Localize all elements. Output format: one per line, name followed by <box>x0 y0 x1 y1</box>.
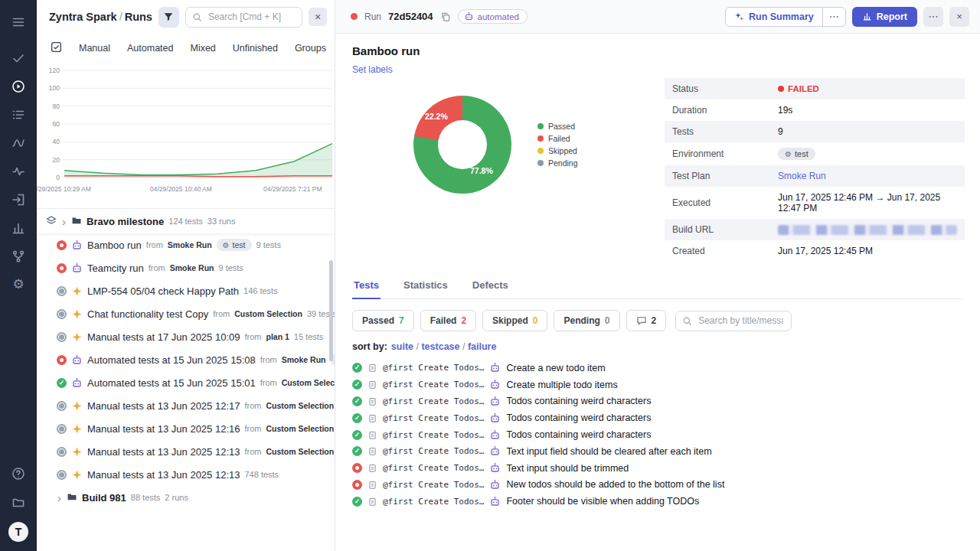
test-status-icon <box>352 480 362 490</box>
run-name: Teamcity run <box>87 262 144 274</box>
run-name: LMP-554 05/04 check Happy Path <box>87 285 239 297</box>
detail-value[interactable]: 9 <box>778 126 783 137</box>
run-list-item[interactable]: Automated tests at 15 Jun 2025 15:08 fro… <box>37 348 335 371</box>
copy-run-id-button[interactable] <box>440 11 451 22</box>
runs-icon[interactable] <box>0 72 37 100</box>
filter-button[interactable] <box>158 7 179 28</box>
run-list-item[interactable]: Teamcity run from Smoke Run 9 tests <box>37 256 335 279</box>
status-filter-chip[interactable]: Passed7 <box>352 310 414 331</box>
tests-search-input[interactable] <box>697 315 785 327</box>
chevron-right-icon[interactable]: › <box>57 492 62 504</box>
run-type-icon <box>71 262 83 274</box>
sort-option-link[interactable]: suite <box>391 341 422 352</box>
projects-icon[interactable] <box>0 487 37 516</box>
run-list-item[interactable]: Bamboo run from Smoke Run test 9 tests <box>37 233 335 256</box>
app-logo[interactable]: T <box>8 522 28 542</box>
status-filter-chip[interactable]: Pending0 <box>554 310 619 331</box>
runs-filter-tab[interactable]: Mixed <box>190 43 215 54</box>
close-run-button[interactable]: × <box>949 7 969 27</box>
reports-icon[interactable] <box>0 214 37 242</box>
run-tab[interactable]: Defects <box>471 274 510 299</box>
scrollbar-thumb[interactable] <box>329 260 333 361</box>
runs-filter-tab[interactable]: Manual <box>79 43 110 54</box>
menu-icon[interactable] <box>0 8 37 36</box>
run-summary-more-button[interactable]: ⋯ <box>822 8 845 26</box>
test-row[interactable]: @first Create Todos… Create a new todo i… <box>352 360 962 377</box>
run-list-item[interactable]: Manual tests at 13 Jun 2025 12:17 from C… <box>37 394 335 417</box>
test-title: New todos should be added to the bottom … <box>506 479 724 490</box>
detail-value[interactable]: Jun 17, 2025 12:45 PM <box>778 246 873 256</box>
run-list-item[interactable]: Automated tests at 15 Jun 2025 15:01 fro… <box>37 371 335 394</box>
run-name: Manual tests at 13 Jun 2025 12:13 <box>87 446 240 458</box>
settings-gear-icon[interactable]: ⚙ <box>0 270 37 298</box>
run-type-chip[interactable]: automated <box>458 9 528 24</box>
test-row[interactable]: @first Create Todos… Text input should b… <box>352 460 962 477</box>
run-overview: 22.2% 77.8% PassedFailedSkippedPending S… <box>352 77 962 262</box>
test-row[interactable]: @first Create Todos… Todos containing we… <box>352 426 962 443</box>
run-list-item[interactable]: Manual tests at 13 Jun 2025 12:13 from C… <box>37 440 335 463</box>
test-row[interactable]: @first Create Todos… Todos containing we… <box>352 393 962 410</box>
search-icon <box>192 12 202 22</box>
runs-filter-tab[interactable]: Unfinished <box>233 43 278 54</box>
test-title: Text input should be trimmed <box>506 463 629 474</box>
tests-icon[interactable] <box>0 44 37 72</box>
folder-row[interactable]: › Build 981 88 tests 2 runs <box>37 486 335 509</box>
activity-icon[interactable] <box>0 157 37 185</box>
report-button[interactable]: Report <box>852 7 917 27</box>
run-list-item[interactable]: Manual tests at 17 Jun 2025 10:09 from p… <box>37 325 335 348</box>
run-meta: 9 tests <box>256 240 281 249</box>
set-labels-link[interactable]: Set labels <box>352 64 393 75</box>
suites-icon[interactable] <box>0 100 37 129</box>
test-status-icon <box>352 430 362 440</box>
run-summary-button[interactable]: Run Summary <box>726 8 822 26</box>
test-row[interactable]: @first Create Todos… Text input field sh… <box>352 443 962 460</box>
comments-filter-chip[interactable]: 2 <box>626 310 667 331</box>
runs-filter-tab[interactable]: Groups <box>295 43 326 54</box>
detail-value[interactable]: test <box>778 148 815 160</box>
panel-close-button[interactable]: × <box>309 8 327 26</box>
detail-value[interactable]: Smoke Run <box>778 171 826 181</box>
status-filter-chip[interactable]: Failed2 <box>420 310 476 331</box>
run-label: Run <box>364 11 381 22</box>
status-filter-chip[interactable]: Skipped0 <box>482 310 547 331</box>
chip-label: Failed <box>430 315 457 326</box>
sort-option-link[interactable]: testcase <box>421 341 467 352</box>
run-list-item[interactable]: Manual tests at 13 Jun 2025 12:16 from C… <box>37 417 335 440</box>
runs-search[interactable] <box>185 7 302 28</box>
test-status-icon <box>352 497 362 507</box>
sort-option-link[interactable]: failure <box>468 341 497 352</box>
detail-value[interactable]: Jun 17, 2025 12:46 PM → Jun 17, 2025 12:… <box>778 192 957 214</box>
runs-search-input[interactable] <box>207 11 296 23</box>
run-type-icon <box>71 308 83 320</box>
comments-count: 2 <box>652 315 657 326</box>
run-source: Smoke Run <box>168 240 212 249</box>
import-icon[interactable] <box>0 185 37 214</box>
runs-filter-tab[interactable]: Automated <box>127 43 173 54</box>
test-row[interactable]: @first Create Todos… Create multiple tod… <box>352 377 962 393</box>
integrations-icon[interactable] <box>0 242 37 270</box>
legend-item: Skipped <box>537 146 578 155</box>
run-tab[interactable]: Statistics <box>402 274 449 299</box>
test-row[interactable]: @first Create Todos… New todos should be… <box>352 477 962 494</box>
copy-icon <box>440 11 451 22</box>
detail-value[interactable]: FAILED <box>778 84 819 93</box>
chevron-right-icon[interactable]: › <box>61 216 67 227</box>
help-icon[interactable] <box>0 459 37 487</box>
search-icon <box>682 316 692 326</box>
run-list-item[interactable]: Manual tests at 13 Jun 2025 12:13 748 te… <box>37 463 335 486</box>
automated-icon <box>489 379 501 390</box>
legend-label: Failed <box>548 134 570 143</box>
more-actions-button[interactable]: ⋯ <box>923 7 943 27</box>
donut-legend: PassedFailedSkippedPending <box>537 122 578 168</box>
detail-value[interactable]: 19s <box>778 105 792 116</box>
run-tab[interactable]: Tests <box>352 274 381 299</box>
run-details-table: Status FAILED Duration 19s Tests 9 <box>665 78 965 262</box>
test-row[interactable]: @first Create Todos… Footer should be vi… <box>352 493 962 510</box>
milestone-row[interactable]: › Bravo milestone 124 tests 33 runs <box>37 209 335 233</box>
trends-icon[interactable] <box>0 129 37 157</box>
tests-search[interactable] <box>675 311 792 331</box>
run-list-item[interactable]: Chat functionality test Copy from Custom… <box>37 302 335 325</box>
legend-item: Failed <box>537 134 578 143</box>
test-row[interactable]: @first Create Todos… Todos containing we… <box>352 409 962 426</box>
run-list-item[interactable]: LMP-554 05/04 check Happy Path 146 tests <box>37 279 335 302</box>
